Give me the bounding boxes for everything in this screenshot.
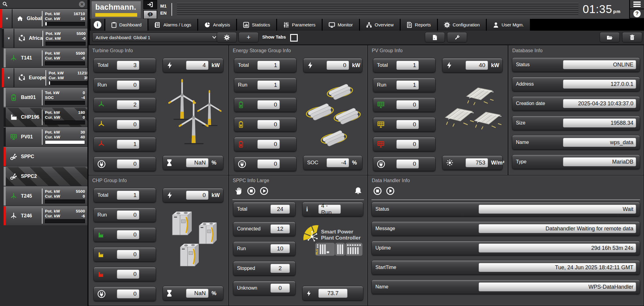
clipboard-icon — [111, 22, 117, 28]
tools-button[interactable] — [447, 32, 467, 42]
sppc-logo: Smart Power Plant Controller — [302, 223, 363, 258]
ok-value: 0 — [117, 230, 139, 239]
db-creation-date-field: Creation date2025-04-23 10:43:37.0 — [512, 96, 640, 111]
soc-label: SOC — [307, 160, 324, 166]
battery-cells-illustration — [303, 76, 362, 152]
sppc-stopped-value: 2 — [270, 264, 290, 273]
tab-alarms-logs[interactable]: Alarms / Logs — [148, 19, 197, 31]
expander-icon[interactable]: ▼ — [4, 29, 14, 48]
pv-ok-icon — [377, 101, 393, 109]
connected-count-field: 0 — [93, 287, 156, 301]
start-button[interactable] — [260, 187, 268, 195]
active-dashboard-value: Active dashboard: Global 1 — [96, 35, 150, 40]
sidebar-item-africa[interactable]: ▼ Africa Pot. kW5500 Cur. kW-0 — [2, 29, 87, 48]
panel-title: Database Info — [509, 46, 643, 56]
db-status-field: StatusONLINE — [512, 57, 640, 72]
sidebar-item-batt01[interactable]: Batt01 Tot. kW0 SOC-4 — [4, 88, 87, 107]
status-stripe — [2, 29, 4, 48]
tab-dashboard[interactable]: Dashboard — [105, 19, 147, 31]
export-report-button[interactable]: A — [425, 32, 445, 42]
tab-reports[interactable]: Reports — [401, 19, 437, 31]
login-icon[interactable] — [143, 0, 157, 9]
sidebar-item-t246[interactable]: T246 Pot. kW5500 Cur. kW-6 — [4, 206, 87, 225]
warning-count-field: 0 — [234, 117, 297, 132]
start-button[interactable] — [386, 187, 395, 195]
help-icon[interactable]: ? — [630, 9, 644, 19]
tab-monitor[interactable]: Monitor — [323, 19, 359, 31]
tab-statistics[interactable]: Statistics — [237, 19, 276, 31]
panel-title: Turbine Group Info — [89, 46, 228, 56]
group-icon — [18, 74, 26, 82]
message-bubble-icon[interactable]: ! — [143, 10, 157, 19]
sidebar-item-europe[interactable]: ▼ Europe Pot. kW11210 Cur. kW35 — [2, 68, 87, 87]
expander-icon[interactable]: ▼ — [2, 9, 12, 28]
sidebar-item-sppc[interactable]: SPPC — [4, 147, 87, 166]
connected-value: 0 — [117, 289, 139, 298]
tab-configuration[interactable]: Configuration — [438, 19, 486, 31]
clock-meridiem: pm — [613, 9, 621, 14]
sidebar-item-t245[interactable]: T245 Pot. kW5500 Cur. kW0 — [4, 186, 87, 206]
hourglass-icon — [167, 290, 183, 297]
power-field: 0kW — [163, 188, 223, 202]
stop-button[interactable] — [373, 187, 382, 195]
soc-value: -4 — [327, 158, 349, 167]
sidebar-item-sppc2[interactable]: SPPC2 — [4, 167, 87, 186]
db-address-field: Address127.0.0.1 — [512, 77, 640, 91]
dh-uptime-value: 29d 16h 53m 24s — [479, 243, 636, 253]
sppc-power-value: 73.7 — [318, 289, 347, 298]
wind-turbine-icon — [9, 54, 18, 62]
solar-panel-icon — [9, 133, 18, 141]
info-icon[interactable]: i — [90, 19, 104, 31]
expander-icon[interactable]: ▼ — [4, 68, 14, 87]
power-progress — [49, 81, 89, 85]
sidebar-item-global[interactable]: ▼ Global Pot. kW16710 Cur. kW34 — [0, 9, 87, 28]
power-value: 40 — [466, 61, 488, 70]
sidebar-item-chp196[interactable]: CHP196 Pot. kW180 Cur. kW0 — [4, 107, 87, 127]
sppc-unknown-field: Unknown0 — [233, 281, 296, 295]
menu-icon[interactable] — [630, 0, 644, 9]
battery-ok-icon — [238, 101, 254, 109]
power-progress — [45, 22, 85, 26]
header-divider — [171, 3, 172, 16]
sppc-hub-icon — [9, 153, 18, 161]
tab-analysis[interactable]: Analysis — [198, 19, 236, 31]
dashboard-settings-button[interactable] — [217, 32, 237, 42]
open-dashboard-button[interactable] — [600, 32, 620, 42]
bolt-icon — [167, 192, 183, 199]
add-dashboard-button[interactable]: + — [239, 32, 259, 42]
delete-dashboard-button[interactable] — [622, 32, 642, 42]
bell-icon[interactable] — [354, 187, 362, 195]
stop-button[interactable] — [247, 187, 256, 195]
connected-value: 0 — [117, 159, 139, 168]
plug-icon — [97, 160, 114, 168]
sidebar-search-bar[interactable]: ✕ — [0, 0, 87, 9]
wind-turbines-illustration — [163, 76, 223, 152]
plug-icon — [377, 160, 393, 168]
tab-overview[interactable]: Overview — [360, 19, 400, 31]
item-label: Global — [27, 16, 42, 21]
total-value: 3 — [117, 61, 139, 70]
active-dashboard-select[interactable]: Active dashboard: Global 1 — [92, 33, 220, 42]
chp-ok-icon — [97, 231, 114, 239]
sppc-power-field: 73.7 — [302, 286, 363, 301]
ok-count-field: 0 — [93, 227, 156, 242]
show-tabs-checkbox[interactable] — [290, 34, 298, 42]
tab-parameters[interactable]: Parameters — [277, 19, 322, 31]
connected-count-field: 0 — [373, 157, 436, 171]
sidebar-item-t141[interactable]: T141 Pot. kW5500 Cur. kW-0 — [4, 48, 87, 67]
sidebar-item-pv01[interactable]: PV01 Pot. kW30 Cur. kW40 — [4, 127, 87, 146]
language-label[interactable]: EN — [160, 11, 167, 15]
clock: 01:35 pm — [583, 3, 621, 16]
warning-value: 0 — [396, 120, 419, 129]
manual-mode-button[interactable] — [234, 187, 243, 195]
error-value: 1 — [117, 140, 139, 149]
brand-logo: bachmann. — [92, 1, 141, 18]
tab-user-mgmt[interactable]: User Mgm. — [487, 19, 530, 31]
item-label: Europe — [29, 75, 46, 80]
close-icon[interactable]: ✕ — [79, 1, 85, 7]
soc-field: SOC-4% — [303, 155, 362, 170]
status-stripe — [4, 49, 6, 67]
total-field: Total1 — [93, 188, 156, 202]
document-icon: A — [432, 35, 437, 40]
brand-text: bachmann. — [95, 3, 137, 12]
